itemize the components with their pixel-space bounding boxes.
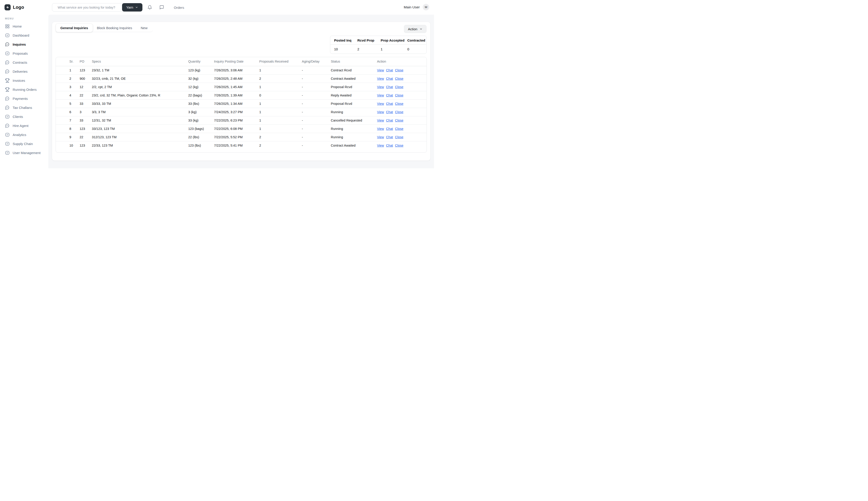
logo[interactable]: Logo — [4, 4, 24, 10]
cell-status: Contract Awaited — [331, 141, 377, 150]
sidebar-item-running-orders[interactable]: Running Orders — [0, 85, 48, 94]
view-link[interactable]: View — [377, 144, 384, 147]
messages-icon[interactable] — [159, 5, 164, 10]
table-row: 53333/33, 33 TM33 (lbs)7/26/2025, 1:34 A… — [56, 99, 427, 108]
cell-actions: ViewChatClose — [377, 99, 427, 108]
sidebar-item-tax-challans[interactable]: Tax Challans — [0, 103, 48, 112]
sidebar-item-proposals[interactable]: Proposals — [0, 49, 48, 58]
close-link[interactable]: Close — [395, 110, 403, 114]
action-dropdown-button[interactable]: Action — [404, 25, 427, 33]
close-link[interactable]: Close — [395, 85, 403, 89]
col-header-aging-delay: Aging/Delay — [302, 57, 331, 66]
cell-actions: ViewChatClose — [377, 83, 427, 91]
close-link[interactable]: Close — [395, 77, 403, 81]
view-link[interactable]: View — [377, 110, 384, 114]
sidebar-item-clients[interactable]: Clients — [0, 112, 48, 121]
close-link[interactable]: Close — [395, 119, 403, 122]
menu-section-label: MENU — [0, 17, 48, 20]
main-content-area: General Inquiries Block Booking Inquirie… — [48, 15, 434, 168]
sidebar-item-deliveries[interactable]: Deliveries — [0, 67, 48, 76]
summary-value-rcvd-prop: 2 — [354, 45, 377, 54]
cell-po: 22 — [80, 91, 92, 99]
close-link[interactable]: Close — [395, 135, 403, 139]
cell-sr: 2 — [56, 74, 80, 83]
close-link[interactable]: Close — [395, 94, 403, 97]
cell-sr: 7 — [56, 116, 80, 125]
cell-date: 7/22/2025, 6:23 PM — [214, 116, 259, 125]
cell-actions: ViewChatClose — [377, 108, 427, 116]
view-link[interactable]: View — [377, 127, 384, 130]
cell-quantity: 123 (kg) — [188, 66, 214, 74]
check-square-icon — [5, 132, 10, 137]
close-link[interactable]: Close — [395, 144, 403, 147]
sidebar-item-hire-agent[interactable]: Hire Agent — [0, 121, 48, 130]
cell-sr: 10 — [56, 141, 80, 150]
table-row: 73312/31, 32 TM33 (kg)7/22/2025, 6:23 PM… — [56, 116, 427, 125]
chat-link[interactable]: Chat — [386, 135, 393, 139]
cell-aging: - — [302, 66, 331, 74]
sidebar-item-invoices[interactable]: Invoices — [0, 76, 48, 85]
chat-icon — [5, 105, 10, 110]
chat-link[interactable]: Chat — [386, 102, 393, 106]
view-link[interactable]: View — [377, 68, 384, 72]
summary-values-row: 10210 — [330, 45, 426, 54]
summary-col-prop-accepted: Prop Accepted — [377, 36, 404, 44]
view-link[interactable]: View — [377, 77, 384, 81]
cell-po: 900 — [80, 74, 92, 83]
tab-block-booking-inquiries[interactable]: Block Booking Inquiries — [93, 24, 137, 32]
view-link[interactable]: View — [377, 119, 384, 122]
cell-aging: - — [302, 99, 331, 108]
col-header-quantity: Quantity — [188, 57, 214, 66]
table-row: 42223/2, crd, 32 TM, Plain, Organic Cott… — [56, 91, 427, 99]
cell-specs: 33/33, 33 TM — [92, 99, 188, 108]
cell-po: 3 — [80, 108, 92, 116]
notifications-bell-icon[interactable] — [147, 5, 152, 10]
inquiry-summary-table: Posted InqRcvd PropProp AcceptedContract… — [330, 36, 427, 54]
search-category-button[interactable]: Yarn — [122, 3, 143, 11]
chat-link[interactable]: Chat — [386, 94, 393, 97]
chat-link[interactable]: Chat — [386, 85, 393, 89]
cell-specs: 23/32, 1 TM — [92, 66, 188, 74]
sidebar-item-user-management[interactable]: User Management — [0, 148, 48, 157]
tab-strip: General Inquiries Block Booking Inquirie… — [56, 24, 153, 32]
cell-date: 7/26/2025, 1:45 AM — [214, 83, 259, 91]
cell-actions: ViewChatClose — [377, 91, 427, 99]
cell-proposals: 2 — [259, 133, 302, 141]
sidebar-item-dashboard[interactable]: Dashboard — [0, 31, 48, 40]
chat-link[interactable]: Chat — [386, 119, 393, 122]
sidebar-item-inquires[interactable]: Inquires — [0, 40, 48, 49]
sidebar-item-label: Inquires — [13, 42, 26, 46]
sidebar-item-label: Proposals — [13, 52, 28, 55]
view-link[interactable]: View — [377, 135, 384, 139]
sidebar-item-label: Payments — [13, 97, 28, 100]
chat-link[interactable]: Chat — [386, 68, 393, 72]
summary-value-prop-accepted: 1 — [377, 45, 404, 54]
view-link[interactable]: View — [377, 85, 384, 89]
cell-po: 22 — [80, 133, 92, 141]
tab-general-inquiries[interactable]: General Inquiries — [56, 24, 93, 32]
sidebar-item-payments[interactable]: Payments — [0, 94, 48, 103]
tab-new[interactable]: New — [136, 24, 152, 32]
cell-quantity: 33 (kg) — [188, 116, 214, 125]
user-menu[interactable]: Main User M — [404, 4, 429, 10]
table-header-row: Sr.POSpecsQuantityInquiry Posting DatePr… — [56, 57, 427, 66]
chat-link[interactable]: Chat — [386, 77, 393, 81]
chat-link[interactable]: Chat — [386, 110, 393, 114]
sidebar-item-analytics[interactable]: Analytics — [0, 130, 48, 139]
chat-link[interactable]: Chat — [386, 144, 393, 147]
chat-icon — [5, 60, 10, 65]
sidebar-item-contracts[interactable]: Contracts — [0, 58, 48, 67]
close-link[interactable]: Close — [395, 68, 403, 72]
search-bar: Yarn — [52, 3, 143, 11]
sidebar-item-home[interactable]: Home — [0, 22, 48, 31]
view-link[interactable]: View — [377, 94, 384, 97]
close-link[interactable]: Close — [395, 102, 403, 106]
cell-date: 7/24/2025, 3:27 PM — [214, 108, 259, 116]
orders-link[interactable]: Orders — [174, 6, 184, 10]
view-link[interactable]: View — [377, 102, 384, 106]
cell-proposals: 1 — [259, 99, 302, 108]
sidebar-item-supply-chain[interactable]: Supply Chain — [0, 139, 48, 148]
cell-quantity: 33 (lbs) — [188, 99, 214, 108]
close-link[interactable]: Close — [395, 127, 403, 130]
chat-link[interactable]: Chat — [386, 127, 393, 130]
